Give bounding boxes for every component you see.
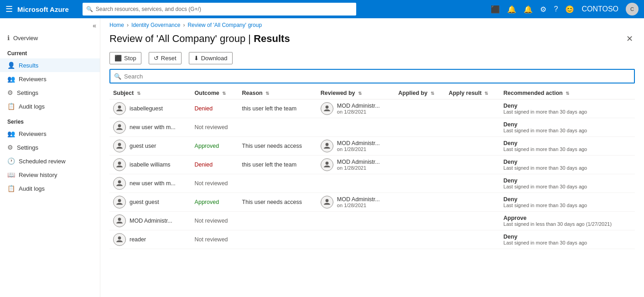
reviewer-avatar	[321, 140, 333, 152]
sidebar-item-review-history[interactable]: 📖 Review history	[0, 168, 100, 182]
sidebar-item-overview[interactable]: ℹ Overview	[0, 31, 100, 45]
cloud-shell-icon[interactable]: ⬛	[491, 5, 500, 14]
cell-reason	[239, 212, 317, 230]
sidebar-item-series-audit-logs[interactable]: 📋 Audit logs	[0, 182, 100, 195]
top-navigation: ☰ Microsoft Azure 🔍 Search resources, se…	[0, 0, 644, 18]
rec-detail: Last signed in more than 30 days ago	[504, 165, 631, 171]
breadcrumb-sep: ›	[127, 22, 129, 28]
sidebar-item-reviewers[interactable]: 👥 Reviewers	[0, 72, 100, 86]
user-avatar	[113, 140, 126, 152]
col-applied-by: Applied by ⇅	[395, 87, 445, 99]
table-row[interactable]: new user with m...Not reviewedDenyLast s…	[109, 118, 635, 137]
cell-reviewed-by	[317, 230, 395, 249]
user-avatar	[113, 102, 126, 115]
breadcrumb-identity-governance[interactable]: Identity Governance	[131, 22, 180, 28]
sidebar-item-series-settings[interactable]: ⚙ Settings	[0, 141, 100, 154]
notification-icon[interactable]: 🔔	[524, 5, 533, 14]
sort-icon[interactable]: ⇅	[431, 91, 434, 96]
sidebar-item-label: Settings	[17, 144, 38, 151]
reviewer-name: MOD Administr...	[337, 103, 380, 109]
outcome-value: Not reviewed	[195, 180, 228, 187]
user-avatar	[113, 233, 126, 246]
account-icon[interactable]: 😊	[565, 5, 574, 14]
svg-point-3	[118, 143, 121, 146]
user-cell: new user with m...	[113, 121, 187, 134]
global-search-bar[interactable]: 🔍 Search resources, services, and docs (…	[83, 3, 356, 16]
stop-icon: ⬛	[114, 55, 122, 62]
cell-outcome: Denied	[191, 99, 239, 118]
cell-recommended-action: DenyLast signed in more than 30 days ago	[500, 118, 635, 137]
sort-icon[interactable]: ⇅	[137, 91, 140, 96]
close-button[interactable]: ✕	[624, 32, 635, 46]
download-button[interactable]: ⬇ Download	[189, 52, 233, 64]
table-row[interactable]: guest userApprovedThis user needs access…	[109, 137, 635, 156]
sidebar-item-series-reviewers[interactable]: 👥 Reviewers	[0, 127, 100, 141]
svg-point-1	[326, 105, 329, 109]
user-cell: MOD Administr...	[113, 214, 187, 227]
sidebar-item-audit-logs[interactable]: 📋 Audit logs	[0, 99, 100, 113]
reviewer-cell: MOD Administr...on 1/28/2021	[321, 196, 391, 208]
sort-icon[interactable]: ⇅	[358, 91, 362, 96]
cell-applied-by	[395, 174, 445, 193]
breadcrumb-home[interactable]: Home	[109, 22, 124, 28]
help-icon[interactable]: ?	[554, 5, 558, 13]
sort-icon[interactable]: ⇅	[265, 91, 269, 96]
table-row[interactable]: readerNot reviewedDenyLast signed in mor…	[109, 230, 635, 249]
settings-icon[interactable]: ⚙	[540, 5, 546, 14]
reset-button[interactable]: ↺ Reset	[149, 52, 182, 64]
cell-reason	[239, 230, 317, 249]
table-body: isabelleguestDeniedthis user left the te…	[109, 99, 635, 249]
cell-recommended-action: DenyLast signed in more than 30 days ago	[500, 137, 635, 156]
table-row[interactable]: MOD Administr...Not reviewedApproveLast …	[109, 212, 635, 230]
col-outcome: Outcome ⇅	[191, 87, 239, 99]
audit-icon: 📋	[7, 103, 15, 110]
sidebar-item-scheduled-review[interactable]: 🕐 Scheduled review	[0, 154, 100, 168]
series-reviewers-icon: 👥	[7, 130, 15, 137]
cell-reviewed-by	[317, 212, 395, 230]
search-input[interactable]	[124, 73, 630, 80]
sidebar-collapse[interactable]: «	[0, 18, 100, 31]
hamburger-menu[interactable]: ☰	[5, 4, 13, 14]
series-audit-icon: 📋	[7, 185, 15, 192]
reset-icon: ↺	[154, 55, 159, 62]
toolbar: ⬛ Stop ↺ Reset ⬇ Download	[100, 50, 644, 69]
sort-icon[interactable]: ⇅	[484, 91, 488, 96]
cell-reviewed-by: MOD Administr...on 1/28/2021	[317, 137, 395, 156]
cell-reviewed-by: MOD Administr...on 1/28/2021	[317, 193, 395, 212]
title-separator: |	[248, 33, 254, 44]
outcome-value: Not reviewed	[195, 218, 228, 224]
cell-applied-by	[395, 156, 445, 174]
sidebar-item-settings[interactable]: ⚙ Settings	[0, 86, 100, 99]
svg-point-4	[326, 143, 329, 146]
table-row[interactable]: isabelle williamsDeniedthis user left th…	[109, 156, 635, 174]
table-row[interactable]: new user with m...Not reviewedDenyLast s…	[109, 174, 635, 193]
table-row[interactable]: guest guestApprovedThis user needs acces…	[109, 193, 635, 212]
collapse-button[interactable]: «	[93, 22, 96, 29]
breadcrumb-review[interactable]: Review of 'All Company' group	[187, 22, 262, 28]
cell-reviewed-by: MOD Administr...on 1/28/2021	[317, 156, 395, 174]
user-name: isabelleguest	[130, 105, 163, 112]
sort-icon[interactable]: ⇅	[566, 91, 569, 96]
cell-reason: This user needs access	[239, 137, 317, 156]
feedback-icon[interactable]: 🔔	[507, 5, 516, 14]
search-icon: 🔍	[86, 6, 93, 12]
cell-outcome: Approved	[191, 137, 239, 156]
sidebar-item-results[interactable]: 👤 Results	[0, 58, 100, 72]
cell-subject: new user with m...	[109, 118, 191, 137]
cell-reason: this user left the team	[239, 99, 317, 118]
sort-icon[interactable]: ⇅	[222, 91, 226, 96]
table-row[interactable]: isabelleguestDeniedthis user left the te…	[109, 99, 635, 118]
cell-reviewed-by: MOD Administr...on 1/28/2021	[317, 99, 395, 118]
user-cell: isabelleguest	[113, 102, 187, 115]
reviewer-avatar	[321, 158, 333, 171]
stop-label: Stop	[124, 55, 136, 62]
stop-button[interactable]: ⬛ Stop	[109, 52, 141, 64]
app-brand: Microsoft Azure	[17, 5, 69, 13]
reviewer-name: MOD Administr...	[337, 196, 380, 203]
avatar[interactable]: C	[626, 3, 639, 16]
cell-outcome: Approved	[191, 193, 239, 212]
cell-applied-by	[395, 212, 445, 230]
reviewer-date: on 1/28/2021	[337, 203, 380, 208]
user-name: guest user	[130, 143, 156, 149]
user-icon: 👤	[7, 62, 15, 69]
